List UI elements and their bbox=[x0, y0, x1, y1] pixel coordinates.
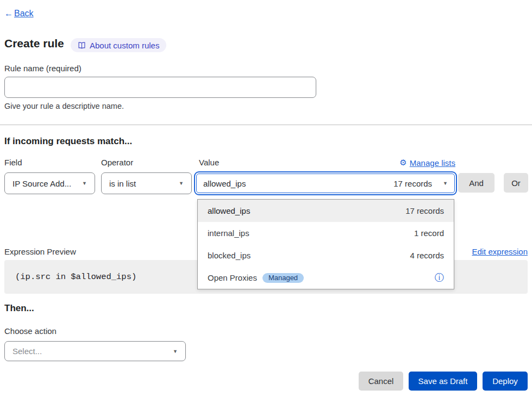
or-button[interactable]: Or bbox=[504, 173, 528, 193]
edit-expression-link[interactable]: Edit expression bbox=[472, 247, 528, 256]
chevron-down-icon: ▼ bbox=[173, 349, 178, 354]
create-rule-page: ←Back Create rule About custom rules Rul… bbox=[0, 0, 532, 402]
match-section-heading: If incoming requests match... bbox=[4, 136, 132, 147]
action-select-placeholder: Select... bbox=[12, 347, 42, 356]
book-icon bbox=[78, 41, 86, 50]
dropdown-item-allowed-ips[interactable]: allowed_ips 17 records bbox=[198, 200, 454, 222]
field-select-value: IP Source Add... bbox=[12, 179, 71, 188]
choose-action-label: Choose action bbox=[4, 326, 57, 336]
dropdown-item-internal-ips[interactable]: internal_ips 1 record bbox=[198, 222, 454, 244]
save-as-draft-button[interactable]: Save as Draft bbox=[409, 372, 477, 391]
chevron-down-icon: ▼ bbox=[443, 181, 448, 186]
section-divider bbox=[0, 125, 532, 125]
rule-name-helper-text: Give your rule a descriptive name. bbox=[4, 102, 124, 110]
manage-lists-label: Manage lists bbox=[410, 158, 455, 168]
list-name: Open Proxies bbox=[208, 273, 257, 282]
about-custom-rules-link[interactable]: About custom rules bbox=[71, 38, 166, 52]
page-title: Create rule bbox=[4, 37, 64, 50]
operator-select-value: is in list bbox=[109, 179, 136, 188]
value-select-records: 17 records bbox=[393, 179, 432, 188]
expression-preview-label: Expression Preview bbox=[4, 247, 76, 256]
operator-select[interactable]: is in list ▼ bbox=[101, 172, 192, 194]
field-label: Field bbox=[4, 158, 22, 167]
expression-code: (ip.src in $allowed_ips) bbox=[15, 272, 136, 282]
value-select-value: allowed_ips bbox=[203, 179, 393, 188]
rule-name-input[interactable] bbox=[4, 77, 316, 98]
list-name: blocked_ips bbox=[208, 251, 410, 260]
rule-name-label: Rule name (required) bbox=[4, 64, 82, 73]
dropdown-item-blocked-ips[interactable]: blocked_ips 4 records bbox=[198, 244, 454, 267]
value-label: Value bbox=[199, 158, 219, 167]
about-custom-rules-label: About custom rules bbox=[90, 41, 159, 50]
operator-label: Operator bbox=[101, 158, 133, 167]
manage-lists-link[interactable]: ⚙ Manage lists bbox=[399, 158, 455, 168]
cancel-button[interactable]: Cancel bbox=[359, 372, 403, 391]
value-select[interactable]: allowed_ips 17 records ▼ bbox=[194, 171, 457, 195]
action-select[interactable]: Select... ▼ bbox=[4, 341, 186, 361]
deploy-button[interactable]: Deploy bbox=[483, 372, 528, 391]
list-record-count: 17 records bbox=[405, 206, 444, 215]
managed-badge: Managed bbox=[262, 273, 304, 283]
list-name: internal_ips bbox=[208, 228, 414, 238]
gear-icon: ⚙ bbox=[399, 158, 406, 168]
list-name: allowed_ips bbox=[208, 206, 405, 215]
info-icon[interactable]: ⓘ bbox=[435, 273, 444, 282]
and-button[interactable]: And bbox=[458, 173, 495, 193]
dropdown-item-open-proxies[interactable]: Open Proxies Managed ⓘ bbox=[198, 267, 454, 289]
chevron-down-icon: ▼ bbox=[82, 181, 87, 186]
chevron-down-icon: ▼ bbox=[179, 181, 184, 186]
value-dropdown-panel: allowed_ips 17 records internal_ips 1 re… bbox=[197, 199, 454, 289]
list-record-count: 4 records bbox=[410, 251, 444, 260]
back-arrow-icon: ← bbox=[4, 9, 13, 18]
value-select-inner: allowed_ips 17 records ▼ bbox=[196, 174, 455, 193]
back-link-label: Back bbox=[14, 9, 34, 18]
field-select[interactable]: IP Source Add... ▼ bbox=[4, 172, 95, 194]
list-record-count: 1 record bbox=[414, 228, 444, 238]
then-section-heading: Then... bbox=[4, 303, 34, 314]
back-link[interactable]: ←Back bbox=[4, 9, 34, 18]
